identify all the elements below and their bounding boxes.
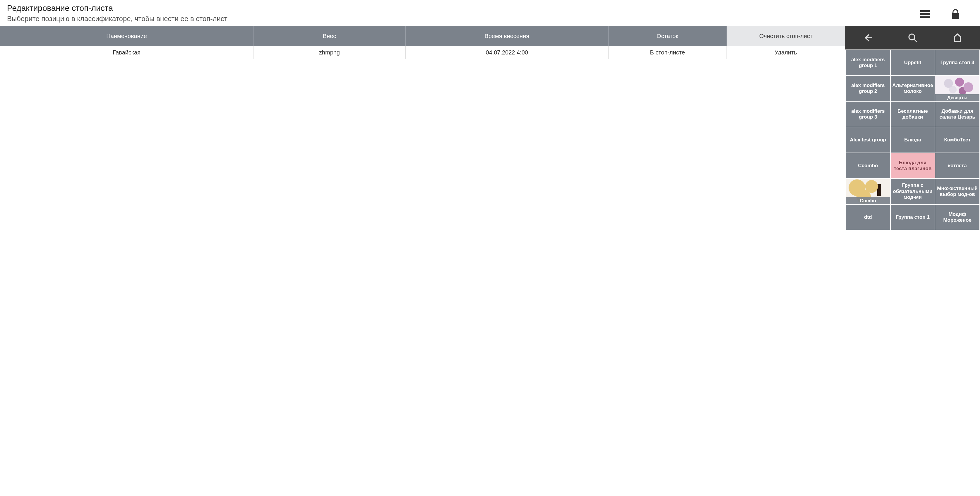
category-label: Группа с обязательными мод-ми [892, 182, 934, 200]
svg-rect-2 [920, 16, 930, 18]
category-label: Combo [846, 197, 890, 204]
back-arrow-icon[interactable] [863, 33, 873, 43]
category-cell[interactable]: Альтернативное молоко [891, 76, 935, 101]
classifier-panel: alex modifiers group 1UppetitГруппа стоп… [845, 26, 980, 496]
category-cell[interactable]: dtd [846, 205, 890, 230]
category-cell[interactable]: Множественный выбор мод-ов [935, 179, 979, 204]
lock-icon[interactable] [950, 8, 961, 20]
category-label: Группа стоп 3 [940, 60, 974, 65]
hamburger-menu-icon[interactable] [919, 8, 931, 20]
category-label: Группа стоп 1 [896, 214, 930, 220]
category-cell[interactable]: Ccombo [846, 153, 890, 178]
category-label: Добавки для салата Цезарь [936, 108, 978, 120]
svg-rect-1 [920, 13, 930, 15]
category-cell[interactable]: Бесплатные добавки [891, 102, 935, 127]
category-cell[interactable]: Группа стоп 1 [891, 205, 935, 230]
category-label: Альтернативное молоко [892, 83, 934, 94]
category-label: Uppetit [904, 60, 921, 65]
td-rest: В стоп-листе [609, 46, 727, 59]
clear-stoplist-button[interactable]: Очистить стоп-лист [727, 26, 845, 46]
stoplist-panel: Наименование Внес Время внесения Остаток… [0, 26, 845, 496]
td-time: 04.07.2022 4:00 [406, 46, 609, 59]
category-cell[interactable]: Combo [846, 179, 890, 204]
category-label: Десерты [935, 94, 979, 101]
svg-point-3 [909, 34, 915, 40]
delete-row-button[interactable]: Удалить [727, 46, 845, 59]
category-label: dtd [864, 214, 872, 220]
category-grid: alex modifiers group 1UppetitГруппа стоп… [845, 49, 980, 496]
th-name: Наименование [0, 26, 253, 46]
table-header: Наименование Внес Время внесения Остаток… [0, 26, 845, 46]
category-label: alex modifiers group 3 [847, 108, 889, 120]
search-icon[interactable] [908, 33, 918, 43]
th-time: Время внесения [406, 26, 609, 46]
category-cell[interactable]: Группа стоп 3 [935, 50, 979, 75]
svg-rect-0 [920, 10, 930, 12]
td-user: zhmpng [253, 46, 406, 59]
page-header: Редактирование стоп-листа Выберите позиц… [0, 0, 980, 26]
th-user: Внес [253, 26, 406, 46]
category-label: Блюда [904, 137, 921, 143]
category-cell[interactable]: Блюда для теста плагинов [891, 153, 935, 178]
category-cell[interactable]: Группа с обязательными мод-ми [891, 179, 935, 204]
category-cell[interactable]: Десерты [935, 76, 979, 101]
table-body: Гавайскаяzhmpng04.07.2022 4:00В стоп-лис… [0, 46, 845, 59]
category-cell[interactable]: Uppetit [891, 50, 935, 75]
td-name: Гавайская [0, 46, 253, 59]
category-label: Ccombo [858, 163, 878, 169]
main-area: Наименование Внес Время внесения Остаток… [0, 26, 980, 496]
category-label: Модиф Мороженое [936, 211, 978, 223]
category-cell[interactable]: котлета [935, 153, 979, 178]
classifier-nav [845, 26, 980, 49]
category-cell[interactable]: Модиф Мороженое [935, 205, 979, 230]
page-subtitle: Выберите позицию в классификаторе, чтобы… [7, 14, 919, 23]
category-cell[interactable]: Добавки для салата Цезарь [935, 102, 979, 127]
category-label: alex modifiers group 1 [847, 57, 889, 69]
category-cell[interactable]: alex modifiers group 3 [846, 102, 890, 127]
category-label: alex modifiers group 2 [847, 83, 889, 94]
table-row: Гавайскаяzhmpng04.07.2022 4:00В стоп-лис… [0, 46, 845, 59]
category-label: котлета [948, 163, 967, 169]
header-actions [919, 3, 973, 20]
category-cell[interactable]: alex modifiers group 2 [846, 76, 890, 101]
category-label: Блюда для теста плагинов [892, 160, 934, 172]
home-icon[interactable] [953, 33, 963, 43]
category-cell[interactable]: alex modifiers group 1 [846, 50, 890, 75]
category-label: КомбоТест [944, 137, 970, 143]
page-title: Редактирование стоп-листа [7, 3, 919, 13]
category-label: Alex test group [850, 137, 886, 143]
category-cell[interactable]: Alex test group [846, 128, 890, 153]
th-rest: Остаток [609, 26, 727, 46]
category-cell[interactable]: Блюда [891, 128, 935, 153]
category-cell[interactable]: КомбоТест [935, 128, 979, 153]
category-label: Бесплатные добавки [892, 108, 934, 120]
category-label: Множественный выбор мод-ов [936, 186, 978, 198]
header-text: Редактирование стоп-листа Выберите позиц… [7, 3, 919, 23]
